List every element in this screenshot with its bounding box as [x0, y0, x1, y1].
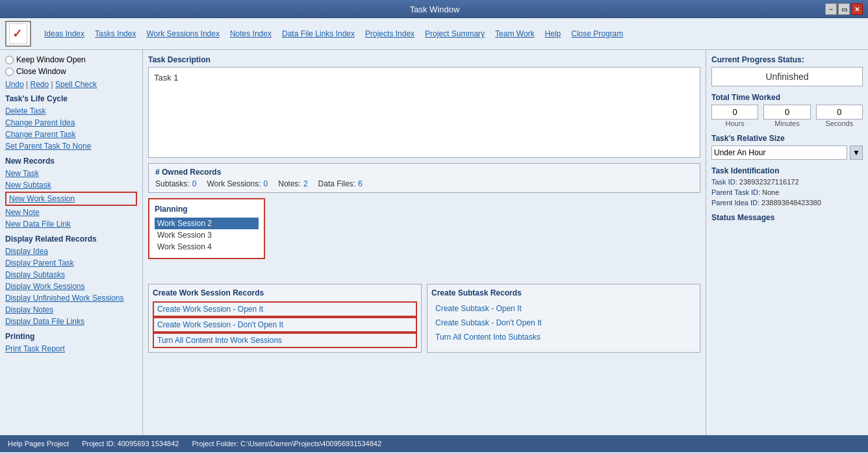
total-time-title: Total Time Worked: [711, 93, 863, 102]
new-data-file-link-link[interactable]: New Data File Link: [5, 219, 137, 229]
new-note-link[interactable]: New Note: [5, 207, 137, 218]
new-records-title: New Records: [5, 157, 137, 166]
status-project: Help Pages Project: [8, 440, 69, 448]
status-messages-section: Status Messages: [711, 213, 863, 222]
app-icon-inner: [9, 23, 27, 44]
menu-data-file-links-index[interactable]: Data File Links Index: [277, 27, 360, 41]
keep-window-open-label: Keep Window Open: [16, 55, 86, 64]
data-files-value: 6: [358, 179, 363, 188]
display-related-title: Display Related Records: [5, 234, 137, 244]
display-subtasks-link[interactable]: Display Subtasks: [5, 270, 137, 280]
display-data-file-links-link[interactable]: Display Data File Links: [5, 316, 137, 327]
menu-close-program[interactable]: Close Program: [566, 27, 628, 41]
task-identification-title: Task Identification: [711, 166, 863, 175]
create-subtask-open-btn[interactable]: Create Subtask - Open It: [431, 301, 696, 316]
notes-value: 2: [303, 179, 308, 188]
seconds-label: Seconds: [816, 120, 863, 127]
task-id-row: Task ID: 238932327116172: [711, 178, 863, 186]
status-bar: Help Pages Project Project ID: 40095693 …: [0, 435, 868, 452]
status-messages-title: Status Messages: [711, 213, 863, 222]
right-panel: Current Progress Status: Unfinished Tota…: [706, 50, 868, 435]
parent-task-id-label: Parent Task ID:: [711, 188, 760, 196]
planning-label: Planning: [155, 205, 259, 214]
menu-projects-index[interactable]: Projects Index: [360, 27, 420, 41]
menu-help[interactable]: Help: [540, 27, 567, 41]
subtasks-item: Subtasks: 0: [155, 179, 196, 188]
work-sessions-owned-value: 0: [264, 179, 268, 188]
close-button[interactable]: ✕: [851, 3, 863, 15]
restore-button[interactable]: ▭: [838, 3, 850, 15]
size-dropdown-button[interactable]: ▼: [850, 145, 863, 160]
size-row: Under An Hour A Few Hours A Day A Few Da…: [711, 145, 863, 160]
create-work-session-title: Create Work Session Records: [153, 288, 417, 297]
seconds-col: 0 Seconds: [816, 105, 863, 127]
status-project-folder: Project Folder: C:\Users\Darren\Projects…: [192, 440, 381, 448]
relative-size-select[interactable]: Under An Hour A Few Hours A Day A Few Da…: [711, 145, 847, 160]
owned-records-row: Subtasks: 0 Work Sessions: 0 Notes: 2 Da…: [155, 179, 693, 188]
task-description-box[interactable]: Task 1: [148, 67, 700, 158]
turn-all-content-subtasks-btn[interactable]: Turn All Content Into Subtasks: [431, 330, 696, 344]
change-parent-idea-link[interactable]: Change Parent Idea: [5, 118, 137, 128]
new-subtask-link[interactable]: New Subtask: [5, 180, 137, 190]
bottom-row: Create Work Session Records Create Work …: [148, 284, 700, 353]
printing-title: Printing: [5, 332, 137, 341]
display-parent-task-link[interactable]: Display Parent Task: [5, 258, 137, 268]
menu-bar: Ideas Index Tasks Index Work Sessions In…: [0, 18, 868, 50]
spell-check-link[interactable]: Spell Check: [55, 80, 97, 89]
create-subtask-section: Create Subtask Records Create Subtask - …: [427, 284, 700, 353]
create-work-session-open-btn[interactable]: Create Work Session - Open It: [153, 301, 417, 317]
work-sessions-owned-label: Work Sessions:: [207, 179, 261, 188]
redo-link[interactable]: Redo: [30, 80, 49, 89]
keep-window-open-input[interactable]: [5, 56, 14, 64]
create-work-session-section: Create Work Session Records Create Work …: [148, 284, 422, 353]
main-layout: Keep Window Open Close Window Undo | Red…: [0, 50, 868, 435]
relative-size-title: Task's Relative Size: [711, 134, 863, 143]
close-window-input[interactable]: [5, 68, 14, 76]
display-notes-link[interactable]: Display Notes: [5, 305, 137, 315]
app-icon: [5, 21, 31, 47]
hours-value: 0: [711, 105, 758, 120]
task-id-label: Task ID:: [711, 178, 737, 186]
planning-item-2[interactable]: Work Session 4: [155, 241, 259, 253]
undo-link[interactable]: Undo: [5, 80, 24, 89]
display-work-sessions-link[interactable]: Display Work Sessions: [5, 281, 137, 292]
task-identification-section: Task Identification Task ID: 23893232711…: [711, 166, 863, 207]
create-work-session-dont-open-btn[interactable]: Create Work Session - Don't Open It: [153, 317, 417, 333]
menu-ideas-index[interactable]: Ideas Index: [39, 27, 90, 41]
parent-task-id-value: None: [762, 188, 779, 196]
keep-window-open-radio[interactable]: Keep Window Open: [5, 55, 137, 64]
subtasks-label: Subtasks:: [155, 179, 190, 188]
new-work-session-link[interactable]: New Work Session: [5, 192, 137, 206]
notes-item: Notes: 2: [278, 179, 307, 188]
menu-team-work[interactable]: Team Work: [490, 27, 539, 41]
planning-item-1[interactable]: Work Session 3: [155, 229, 259, 241]
menu-notes-index[interactable]: Notes Index: [225, 27, 277, 41]
subtasks-value: 0: [192, 179, 197, 188]
total-time-section: Total Time Worked 0 Hours 0 Minutes 0 Se…: [711, 93, 863, 127]
close-window-radio[interactable]: Close Window: [5, 67, 137, 76]
hours-label: Hours: [711, 120, 758, 127]
sidebar: Keep Window Open Close Window Undo | Red…: [0, 50, 143, 435]
change-parent-task-link[interactable]: Change Parent Task: [5, 129, 137, 140]
minutes-label: Minutes: [763, 120, 810, 127]
print-task-report-link[interactable]: Print Task Report: [5, 344, 137, 354]
task-desc-value: Task 1: [154, 73, 179, 82]
create-subtask-title: Create Subtask Records: [431, 288, 696, 297]
new-task-link[interactable]: New Task: [5, 168, 137, 179]
planning-item-0[interactable]: Work Session 2: [155, 218, 259, 229]
menu-work-sessions-index[interactable]: Work Sessions Index: [141, 27, 225, 41]
menu-project-summary[interactable]: Project Summary: [420, 27, 490, 41]
display-idea-link[interactable]: Display Idea: [5, 246, 137, 257]
display-unfinished-work-sessions-link[interactable]: Display Unfinished Work Sessions: [5, 293, 137, 303]
task-id-value: 238932327116172: [739, 178, 799, 186]
create-subtask-dont-open-btn[interactable]: Create Subtask - Don't Open It: [431, 316, 696, 330]
data-files-label: Data Files:: [318, 179, 355, 188]
menu-tasks-index[interactable]: Tasks Index: [90, 27, 141, 41]
data-files-item: Data Files: 6: [318, 179, 363, 188]
minimize-button[interactable]: –: [825, 3, 837, 15]
hours-col: 0 Hours: [711, 105, 758, 127]
delete-task-link[interactable]: Delete Task: [5, 106, 137, 116]
set-parent-task-none-link[interactable]: Set Parent Task To None: [5, 141, 137, 151]
turn-all-content-work-sessions-btn[interactable]: Turn All Content Into Work Sessions: [153, 333, 417, 348]
parent-idea-id-row: Parent Idea ID: 238893848423380: [711, 199, 863, 207]
